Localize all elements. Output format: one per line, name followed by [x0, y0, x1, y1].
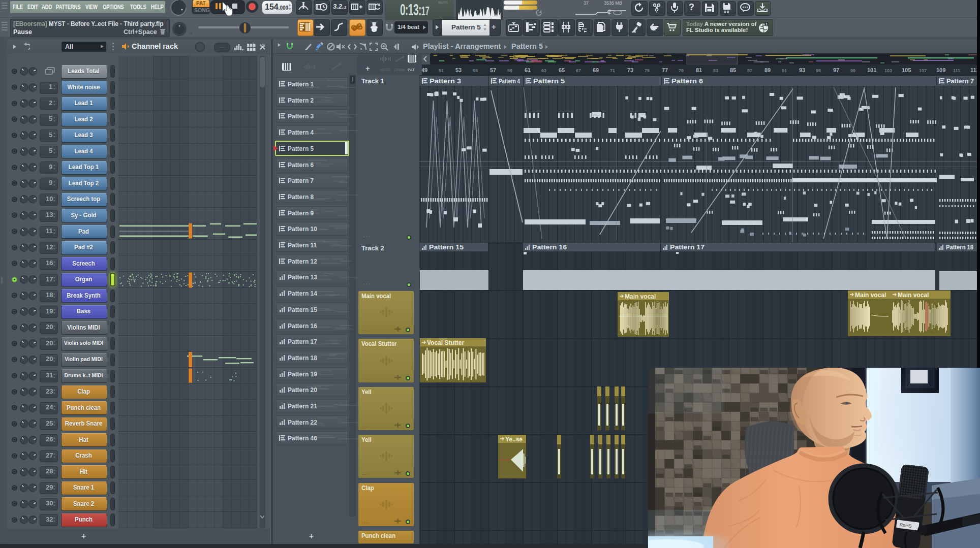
svg-text:Vocal Stutter: Vocal Stutter	[427, 339, 464, 346]
svg-text:1: 1	[765, 22, 768, 26]
svg-text:87: 87	[747, 68, 752, 73]
svg-text:63: 63	[541, 68, 546, 73]
svg-text:65: 65	[559, 67, 565, 73]
svg-text:61: 61	[525, 67, 531, 73]
svg-text:51: 51	[439, 68, 444, 73]
svg-text:Main vocal: Main vocal	[898, 292, 929, 299]
svg-text:73: 73	[627, 67, 633, 73]
svg-text:Main vocal: Main vocal	[855, 292, 886, 299]
svg-text:53: 53	[455, 67, 462, 73]
svg-text:Main vocal: Main vocal	[625, 293, 656, 300]
svg-text:67: 67	[576, 68, 581, 73]
svg-text:105: 105	[902, 67, 911, 73]
svg-text:111: 111	[953, 68, 960, 73]
svg-text:71: 71	[610, 68, 615, 73]
svg-text:93: 93	[799, 67, 805, 73]
svg-text:Pattern 3: Pattern 3	[430, 77, 461, 85]
svg-text:59: 59	[507, 68, 512, 73]
svg-text:95: 95	[816, 68, 821, 73]
svg-text:55: 55	[473, 68, 478, 73]
svg-text:103: 103	[884, 68, 892, 73]
svg-text:49: 49	[422, 67, 427, 73]
svg-text:75: 75	[645, 68, 650, 73]
svg-text:Pattern 17: Pattern 17	[670, 243, 705, 251]
svg-text:109: 109	[936, 67, 945, 73]
svg-text:85: 85	[730, 67, 736, 73]
svg-text:Pattern 16: Pattern 16	[532, 243, 567, 251]
svg-text:69: 69	[593, 67, 599, 73]
svg-text:Pattern 4: Pattern 4	[499, 77, 520, 85]
svg-text:Pattern 18: Pattern 18	[946, 243, 973, 251]
svg-text:Pattern 15: Pattern 15	[429, 243, 464, 251]
svg-text:91: 91	[782, 68, 787, 73]
svg-text:83: 83	[713, 68, 718, 73]
svg-text:101: 101	[867, 67, 876, 73]
svg-text:89: 89	[764, 67, 771, 73]
svg-text:97: 97	[833, 67, 839, 73]
svg-text:113: 113	[970, 67, 977, 73]
svg-text:77: 77	[662, 67, 668, 73]
svg-text:79: 79	[679, 68, 684, 73]
svg-text:99: 99	[850, 68, 855, 73]
svg-text:Pattern 6: Pattern 6	[671, 77, 703, 85]
svg-text:Pattern 7: Pattern 7	[946, 77, 974, 85]
svg-text:57: 57	[490, 67, 496, 73]
svg-text:Pattern 5: Pattern 5	[533, 77, 565, 85]
svg-text:Ye..se: Ye..se	[505, 436, 523, 443]
svg-text:81: 81	[696, 67, 702, 73]
svg-text:107: 107	[919, 68, 927, 73]
